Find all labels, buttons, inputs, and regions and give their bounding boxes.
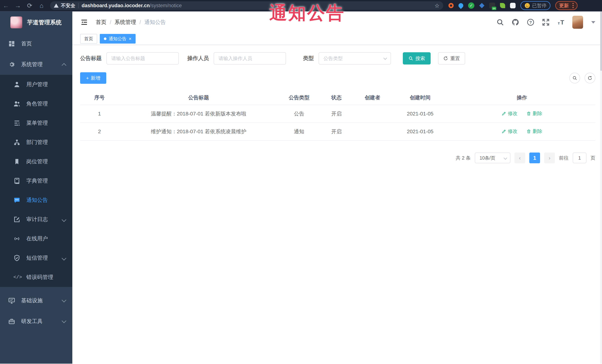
- next-page-button[interactable]: ›: [544, 153, 555, 163]
- cell-creator: [353, 123, 392, 140]
- sidebar-item-devtools[interactable]: 研发工具: [0, 311, 72, 332]
- docs-question-icon[interactable]: [527, 18, 535, 26]
- table-tools: [569, 73, 595, 83]
- edit-link[interactable]: 修改: [502, 128, 517, 135]
- sidebar-item-system[interactable]: 系统管理: [0, 54, 72, 75]
- tag-close-icon[interactable]: ×: [129, 36, 131, 41]
- operator-input[interactable]: [214, 52, 286, 64]
- avatar-caret-icon[interactable]: [591, 21, 595, 23]
- main-area: 首页 / 系统管理 / 通知公告 首页: [72, 11, 602, 364]
- update-browser-button[interactable]: 更新: [555, 1, 578, 10]
- sidebar-fold-icon[interactable]: [80, 19, 88, 26]
- fullscreen-icon[interactable]: [542, 18, 550, 26]
- browser-menu-icon[interactable]: [572, 3, 574, 8]
- page-number-1[interactable]: 1: [529, 153, 540, 163]
- edit-label: 修改: [508, 110, 517, 117]
- gear-icon: [8, 61, 15, 68]
- security-label: 不安全: [61, 2, 75, 9]
- add-button-label: 新增: [91, 75, 100, 81]
- github-icon[interactable]: [512, 18, 519, 26]
- user-avatar[interactable]: [572, 16, 583, 29]
- breadcrumb-home[interactable]: 首页: [96, 19, 107, 26]
- sidebar-item-error-codes[interactable]: </> 错误码管理: [0, 268, 72, 287]
- profile-paused-chip[interactable]: 已暂停: [520, 1, 550, 10]
- extension-leaf-icon[interactable]: [500, 3, 505, 8]
- scrollbar[interactable]: [600, 11, 602, 364]
- edit-link[interactable]: 修改: [502, 110, 517, 117]
- extensions-puzzle-icon[interactable]: [510, 3, 516, 8]
- page-size-select[interactable]: 10条/页: [475, 153, 510, 163]
- shield-icon: [13, 254, 20, 261]
- add-button[interactable]: + 新增: [80, 72, 106, 84]
- prev-page-button[interactable]: ‹: [515, 153, 525, 163]
- breadcrumb-separator: /: [140, 19, 141, 25]
- sidebar-item-infrastructure[interactable]: 基础设施: [0, 290, 72, 311]
- notice-title-input[interactable]: [107, 52, 179, 64]
- delete-link[interactable]: 删除: [526, 110, 542, 117]
- col-title: 公告标题: [119, 90, 278, 105]
- sidebar-item-dict[interactable]: 字典管理: [0, 171, 72, 190]
- search-button-label: 搜索: [415, 55, 425, 62]
- org-tree-icon: [13, 139, 20, 146]
- scrollbar-thumb[interactable]: [600, 11, 602, 71]
- sidebar-item-home[interactable]: 首页: [0, 33, 72, 54]
- breadcrumb-system[interactable]: 系统管理: [115, 19, 136, 26]
- cell-create-time: 2021-01-05: [392, 105, 449, 123]
- sidebar: 芋道管理系统 首页 系统管理 用户管理 角色管理: [0, 11, 72, 364]
- extension-drop-icon[interactable]: [458, 2, 464, 9]
- cell-status: 开启: [320, 123, 353, 140]
- table-row[interactable]: 2 维护通知：2018-07-01 若依系统凌晨维护 通知 开启 2021-01…: [80, 123, 595, 140]
- cell-creator: [353, 105, 392, 123]
- col-index: 序号: [80, 90, 119, 105]
- pagination: 共 2 条 10条/页 ‹ 1 › 前往 页: [80, 153, 595, 163]
- tag-notice-active[interactable]: 通知公告 ×: [100, 34, 136, 43]
- bookmark-star-icon[interactable]: ☆: [435, 2, 440, 9]
- search-button[interactable]: 搜索: [403, 52, 431, 64]
- goto-page-input[interactable]: [573, 153, 586, 163]
- smiley-avatar-icon: [524, 3, 530, 9]
- sidebar-item-users[interactable]: 用户管理: [0, 75, 72, 94]
- sidebar-item-audit-log[interactable]: 审计日志: [0, 210, 72, 229]
- overlay-caption: 通知公告: [269, 1, 345, 25]
- extension-diamond-icon[interactable]: [479, 3, 484, 8]
- plus-icon: +: [86, 75, 89, 81]
- reset-button[interactable]: 重置: [438, 52, 465, 64]
- extension-ring-icon[interactable]: [448, 3, 454, 8]
- back-icon[interactable]: ←: [0, 2, 12, 9]
- cell-title: 维护通知：2018-07-01 若依系统凌晨维护: [119, 123, 278, 140]
- notice-type-select-input[interactable]: [319, 52, 391, 64]
- app-title: 芋道管理系统: [27, 19, 62, 26]
- col-type: 公告类型: [279, 90, 320, 105]
- toggle-search-button[interactable]: [569, 73, 580, 83]
- extension-green-icon[interactable]: [468, 2, 474, 9]
- filter-title-item: 公告标题: [80, 52, 179, 64]
- table-row[interactable]: 1 温馨提醒：2018-07-01 若依新版本发布啦 公告 开启 2021-01…: [80, 105, 595, 123]
- extension-on-badge-icon[interactable]: [489, 3, 495, 9]
- address-divider: [78, 3, 79, 8]
- address-bar[interactable]: 不安全 dashboard.yudao.iocoder.cn /system/n…: [50, 1, 443, 10]
- sidebar-item-sms[interactable]: 短信管理: [0, 248, 72, 268]
- post-badge-icon: [13, 158, 20, 165]
- dashboard-icon: [8, 40, 15, 47]
- sidebar-item-label: 错误码管理: [26, 274, 53, 281]
- sidebar-item-departments[interactable]: 部门管理: [0, 133, 72, 152]
- screen: ← → ⟳ ⌂ 不安全 dashboard.yudao.iocoder.cn /…: [0, 0, 602, 364]
- code-icon: </>: [13, 274, 20, 280]
- forward-icon[interactable]: →: [12, 2, 24, 9]
- home-icon[interactable]: ⌂: [36, 2, 47, 9]
- reload-icon[interactable]: ⟳: [24, 2, 36, 9]
- sidebar-item-online-users[interactable]: 在线用户: [0, 229, 72, 248]
- search-icon[interactable]: [496, 18, 504, 26]
- col-status: 状态: [320, 90, 353, 105]
- delete-link[interactable]: 删除: [526, 128, 542, 135]
- sidebar-item-notice[interactable]: 通知公告: [0, 190, 72, 210]
- notice-type-select[interactable]: [319, 52, 391, 64]
- sidebar-item-roles[interactable]: 角色管理: [0, 94, 72, 114]
- font-size-icon[interactable]: [557, 18, 565, 26]
- sidebar-item-label: 岗位管理: [26, 158, 48, 165]
- refresh-table-button[interactable]: [585, 73, 595, 83]
- user-icon: [13, 81, 20, 88]
- sidebar-item-posts[interactable]: 岗位管理: [0, 152, 72, 171]
- sidebar-item-menus[interactable]: 菜单管理: [0, 114, 72, 133]
- tag-home[interactable]: 首页: [80, 34, 97, 43]
